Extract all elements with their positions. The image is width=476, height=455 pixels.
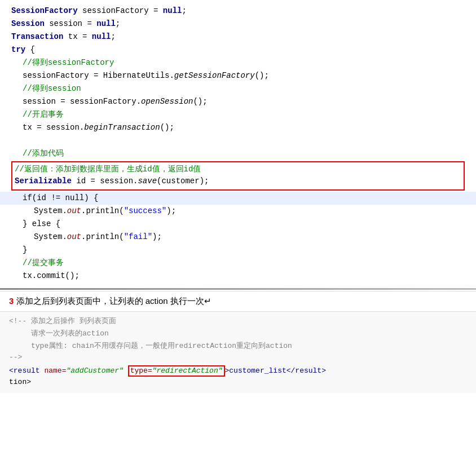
type-highlight: type="redirectAction" bbox=[128, 365, 225, 377]
section-text: 添加之后到列表页面中，让列表的 action 执行一次↵ bbox=[16, 296, 211, 306]
section-heading: 3 添加之后到列表页面中，让列表的 action 执行一次↵ bbox=[0, 291, 476, 311]
keyword: Transaction bbox=[11, 31, 63, 43]
code-line: try { bbox=[0, 43, 476, 56]
code-line: Session session = null; bbox=[0, 17, 476, 30]
code-line: --> bbox=[0, 352, 476, 365]
code-line: type属性: chain不用缓存问题，一般使用redirectAction重定… bbox=[0, 340, 476, 352]
highlighted-block: //返回值：添加到数据库里面，生成id值，返回id值 Serializable … bbox=[11, 161, 465, 191]
code-line: } bbox=[0, 244, 476, 257]
bottom-code-section: <!-- 添加之后操作 到列表页面 请求一次列表的action type属性: … bbox=[0, 311, 476, 393]
code-line: //得到session bbox=[0, 82, 476, 95]
code-line: //提交事务 bbox=[0, 257, 476, 270]
code-line: tx = session.beginTransaction(); bbox=[0, 121, 476, 134]
code-line bbox=[0, 134, 476, 147]
code-line: //得到sessionFactory bbox=[0, 56, 476, 69]
section-number: 3 bbox=[9, 296, 14, 306]
code-line: Transaction tx = null; bbox=[0, 30, 476, 43]
code-line: //开启事务 bbox=[0, 108, 476, 121]
code-line: System.out.println("fail"); bbox=[0, 231, 476, 244]
keyword: SessionFactory bbox=[11, 5, 78, 17]
code-top-section: SessionFactory sessionFactory = null; Se… bbox=[0, 0, 476, 287]
code-line: tion> bbox=[0, 377, 476, 390]
code-line: if(id != null) { bbox=[0, 192, 476, 205]
code-line: tx.commit(); bbox=[0, 270, 476, 282]
code-line: Serializable id = session.save(customer)… bbox=[15, 176, 461, 188]
result-line: <result name="addCustomer" type="redirec… bbox=[0, 365, 476, 377]
separator bbox=[0, 288, 476, 290]
code-line: session = sessionFactory.openSession(); bbox=[0, 95, 476, 108]
code-line: System.out.println("success"); bbox=[0, 205, 476, 218]
keyword-try: try bbox=[11, 44, 25, 56]
code-line: <!-- 添加之后操作 到列表页面 bbox=[0, 315, 476, 328]
keyword: Session bbox=[11, 18, 45, 30]
code-line: //添加代码 bbox=[0, 147, 476, 160]
code-line: sessionFactory = HibernateUtils.getSessi… bbox=[0, 69, 476, 82]
code-line: //返回值：添加到数据库里面，生成id值，返回id值 bbox=[15, 164, 461, 176]
code-line: } else { bbox=[0, 218, 476, 231]
code-line: 请求一次列表的action bbox=[0, 328, 476, 340]
code-line: SessionFactory sessionFactory = null; bbox=[0, 5, 476, 17]
